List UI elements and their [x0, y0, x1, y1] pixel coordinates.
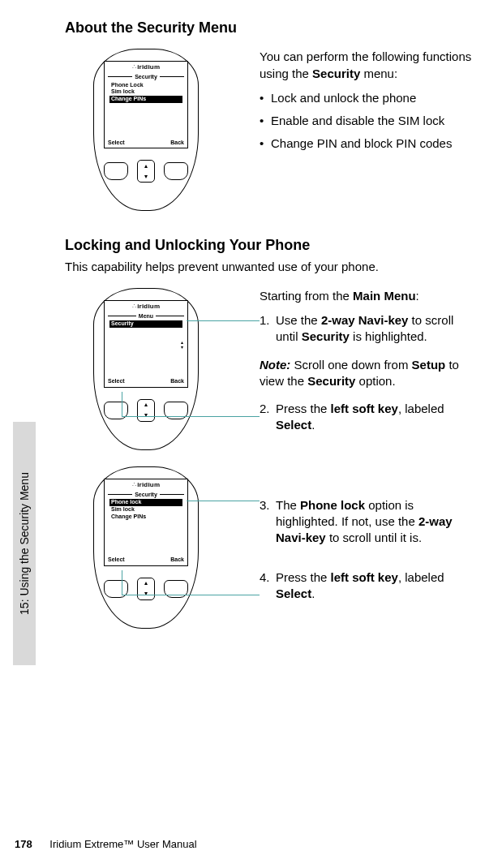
phone-screen: ∴ iridium Security Phone Lock Sim lock C… [104, 61, 188, 148]
screen-title: Security [132, 491, 160, 498]
screen-title: Menu [136, 312, 156, 320]
phone-illustration-security-menu: ∴ iridium Security Phone Lock Sim lock C… [93, 49, 199, 211]
navi-key[interactable]: ▴ ▾ [137, 399, 155, 422]
menu-item-highlighted: Phone lock [109, 499, 182, 506]
menu-item-highlighted: Security [109, 320, 182, 328]
callout-line [122, 570, 122, 595]
up-arrow-icon: ▴ [144, 402, 148, 408]
scroll-arrows-icon: ▴▾ [181, 340, 183, 350]
phone-illustration-main-menu: ∴ iridium Menu Security ▴▾ Select B [93, 288, 199, 450]
bullet-item: Change PIN and block PIN codes [260, 135, 478, 152]
navi-key[interactable]: ▴ ▾ [137, 578, 155, 600]
callout-line [122, 595, 260, 595]
softkey-right-label: Back [170, 556, 184, 563]
bullet-item: Lock and unlock the phone [260, 90, 478, 106]
page-number: 178 [15, 838, 32, 850]
down-arrow-icon: ▾ [144, 174, 148, 180]
bullet-item: Enable and disable the SIM lock [260, 113, 478, 129]
heading-locking: Locking and Unlocking Your Phone [65, 235, 478, 255]
callout-line [187, 501, 260, 501]
locking-desc: This capability helps prevent unwanted u… [65, 259, 478, 275]
menu-item: Sim lock [109, 506, 182, 513]
left-soft-key[interactable] [104, 162, 128, 180]
right-soft-key[interactable] [164, 162, 188, 180]
manual-title: Iridium Extreme™ User Manual [49, 838, 196, 850]
step-4: Press the left soft key, labeled Select. [260, 569, 478, 603]
menu-item-highlighted: Change PINs [109, 96, 182, 103]
menu-item: Change PINs [109, 513, 182, 521]
menu-item: Phone Lock [109, 82, 182, 89]
step-2: Press the left soft key, labeled Select. [260, 401, 478, 434]
callout-line [187, 320, 260, 321]
screen-title: Security [132, 73, 160, 80]
softkey-left-label: Select [108, 139, 125, 146]
phone-screen: ∴ iridium Menu Security ▴▾ Select B [104, 300, 188, 388]
up-arrow-icon: ▴ [144, 580, 148, 587]
heading-about-security: About the Security Menu [65, 18, 478, 37]
softkey-left-label: Select [108, 377, 125, 385]
step-1: Use the 2-way Navi-key to scroll until S… [260, 312, 478, 346]
callout-line [122, 392, 122, 416]
intro-text: You can perform the following functions … [260, 49, 478, 82]
callout-line [122, 416, 260, 417]
softkey-right-label: Back [170, 377, 184, 385]
softkey-right-label: Back [170, 139, 184, 146]
lead-text: Starting from the Main Menu: [260, 288, 478, 304]
brand-logo: ∴ iridium [105, 62, 187, 72]
brand-logo: ∴ iridium [105, 479, 187, 490]
menu-item: Sim lock [109, 88, 182, 96]
up-arrow-icon: ▴ [144, 163, 148, 170]
phone-screen: ∴ iridium Security Phone lock Sim lock C… [104, 479, 188, 566]
side-tab-label: 15: Using the Security Menu [17, 472, 32, 615]
note: Note: Scroll one down from Setup to view… [260, 357, 478, 390]
softkey-left-label: Select [108, 556, 125, 563]
step-3: The Phone lock option is highlighted. If… [260, 497, 478, 547]
phone-illustration-phone-lock: ∴ iridium Security Phone lock Sim lock C… [93, 466, 199, 629]
page-footer: 178 Iridium Extreme™ User Manual [15, 837, 197, 852]
brand-logo: ∴ iridium [105, 301, 187, 312]
navi-key[interactable]: ▴ ▾ [137, 160, 155, 183]
